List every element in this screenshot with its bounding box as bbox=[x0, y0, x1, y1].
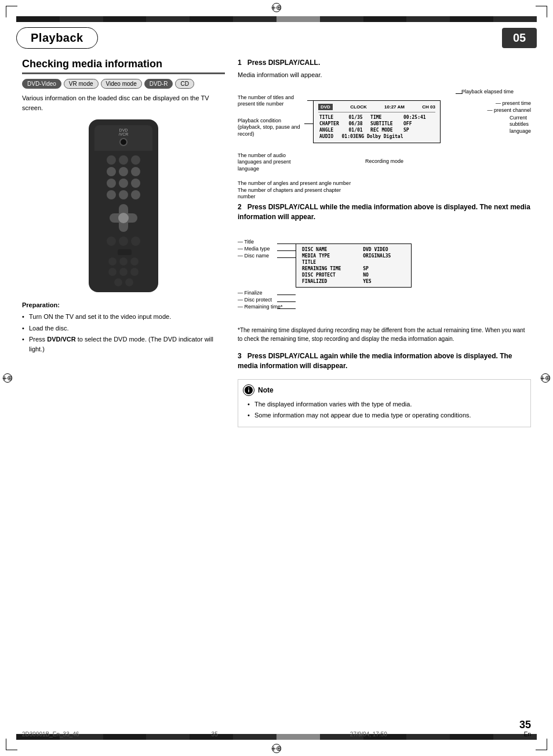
step-1: 1 Press DISPLAY/CALL. Media information … bbox=[238, 58, 531, 193]
input-select-button bbox=[118, 249, 132, 255]
note-item-1: The displayed information varies with th… bbox=[248, 399, 526, 409]
chapter-number: 05 bbox=[502, 28, 537, 48]
annot-subtitles: Currentsubtitleslanguage bbox=[510, 115, 531, 135]
annot-present-channel: — present channel bbox=[487, 107, 531, 114]
annot-angles: The number of angles and present angle n… bbox=[238, 180, 423, 187]
annot-line-pb-cond bbox=[304, 123, 313, 124]
crosshair-left: ⊕ bbox=[3, 373, 12, 383]
page-header: Playback 05 bbox=[16, 23, 537, 52]
prep-item-3: Press DVD/VCR to select the DVD mode. (T… bbox=[22, 335, 225, 354]
corner-mark bbox=[6, 739, 6, 750]
annot-disc-name: — Disc name bbox=[238, 253, 269, 259]
annot-line-title bbox=[307, 100, 316, 101]
annot-playback-cond: Playback condition (playback, stop, paus… bbox=[238, 118, 304, 138]
crosshair-bottom: ⊕ bbox=[272, 744, 281, 753]
annot-title-num: The number of titles and present title n… bbox=[238, 94, 307, 108]
right-column: 1 Press DISPLAY/CALL. Media information … bbox=[238, 58, 531, 427]
badge-video-mode: Video mode bbox=[101, 79, 142, 89]
step-2-title: 2 Press DISPLAY/CALL while the media inf… bbox=[238, 202, 531, 222]
footer-page-num: 35 En bbox=[519, 719, 531, 737]
remote-illustration: DVD/VCR bbox=[22, 119, 225, 292]
note-header: Note bbox=[243, 384, 526, 396]
crosshair-top: ⊕ bbox=[272, 3, 281, 12]
step-2: 2 Press DISPLAY/CALL while the media inf… bbox=[238, 202, 531, 344]
corner-mark bbox=[6, 750, 17, 750]
step-3: 3 Press DISPLAY/CALL again while the med… bbox=[238, 351, 531, 371]
footer-left: 2D30901B_En_33_46 bbox=[22, 731, 79, 737]
page-number: 35 bbox=[519, 719, 531, 731]
screen-display-2: DISC NAME DVD VIDEO MEDIA TYPE ORIGINAL3… bbox=[296, 243, 412, 288]
page-title: Playback bbox=[16, 27, 98, 49]
diagram-2: DISC NAME DVD VIDEO MEDIA TYPE ORIGINAL3… bbox=[238, 226, 531, 319]
section-description: Various information on the loaded disc c… bbox=[22, 93, 225, 112]
corner-mark bbox=[6, 6, 17, 6]
diagram-1: DVD CLOCK 10:27 AM CH 03 TITLE 01/35 TIM… bbox=[238, 83, 531, 193]
corner-mark bbox=[536, 6, 547, 6]
remaining-note: *The remaining time displayed during rec… bbox=[238, 326, 531, 343]
annot-disc-protect: — Disc protect bbox=[238, 297, 272, 303]
colorbar bbox=[16, 16, 537, 22]
annot-remaining: — Remaining time* bbox=[238, 304, 283, 310]
annot-rec-mode: Recording mode bbox=[365, 158, 403, 165]
badge-vr-mode: VR mode bbox=[64, 79, 99, 89]
corner-mark bbox=[6, 6, 6, 17]
corner-mark bbox=[547, 739, 547, 750]
prep-item-2: Load the disc. bbox=[22, 324, 225, 333]
annot-present-time: — present time bbox=[496, 100, 531, 107]
corner-mark bbox=[536, 750, 547, 750]
annot-chapters: The number of chapters and present chapt… bbox=[238, 187, 342, 201]
page-lang: En bbox=[524, 731, 531, 737]
preparation-list: Turn ON the TV and set it to the video i… bbox=[22, 312, 225, 354]
badge-dvd-r: DVD-R bbox=[144, 79, 173, 89]
preparation-section: Preparation: Turn ON the TV and set it t… bbox=[22, 301, 225, 354]
step-1-desc: Media information will appear. bbox=[238, 71, 531, 78]
screen-display-1: DVD CLOCK 10:27 AM CH 03 TITLE 01/35 TIM… bbox=[313, 100, 441, 143]
corner-mark bbox=[547, 6, 547, 17]
remote-control: DVD/VCR bbox=[89, 119, 158, 292]
section-title: Checking media information bbox=[22, 58, 225, 74]
annot-line-elapsed bbox=[456, 93, 463, 94]
footer-right: 27/9/04, 17:50 bbox=[350, 731, 387, 737]
left-column: Checking media information DVD-Video VR … bbox=[22, 58, 225, 355]
note-list: The displayed information varies with th… bbox=[243, 399, 526, 420]
note-icon bbox=[243, 384, 254, 396]
annot-finalize: — Finalize bbox=[238, 290, 263, 296]
annot-title-d2: — Title bbox=[238, 239, 254, 245]
note-item-2: Some information may not appear due to m… bbox=[248, 410, 526, 420]
crosshair-right: ⊕ bbox=[541, 373, 550, 383]
badge-cd: CD bbox=[175, 79, 194, 89]
step-1-title: 1 Press DISPLAY/CALL. bbox=[238, 58, 531, 68]
prep-item-1: Turn ON the TV and set it to the video i… bbox=[22, 312, 225, 322]
badge-dvd-video: DVD-Video bbox=[22, 79, 61, 89]
footer-page-left: 35 bbox=[212, 731, 218, 737]
note-section: Note The displayed information varies wi… bbox=[238, 379, 531, 427]
preparation-title: Preparation: bbox=[22, 301, 225, 308]
annot-media-type: — Media type bbox=[238, 246, 270, 252]
media-badges: DVD-Video VR mode Video mode DVD-R CD bbox=[22, 79, 225, 89]
annot-elapsed: Playback elapsed time bbox=[461, 89, 531, 96]
step-3-title: 3 Press DISPLAY/CALL again while the med… bbox=[238, 351, 531, 371]
page-footer: 2D30901B_En_33_46 35 27/9/04, 17:50 35 E… bbox=[22, 719, 531, 737]
annot-audio: The number of audio languages and presen… bbox=[238, 152, 304, 173]
note-label: Note bbox=[258, 386, 274, 394]
